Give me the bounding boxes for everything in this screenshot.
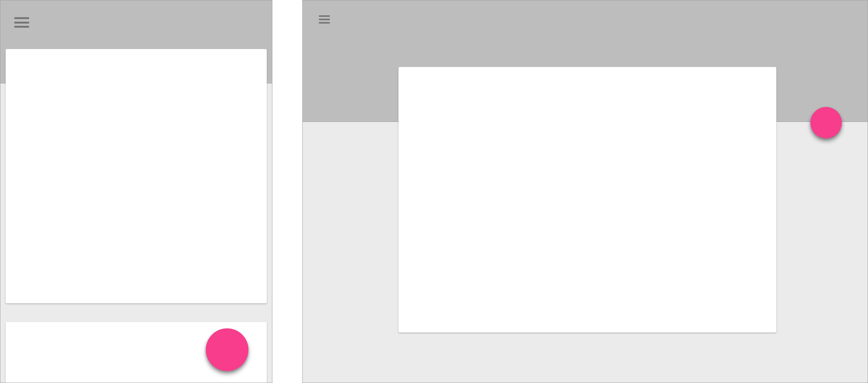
menu-bar: [319, 22, 330, 24]
desktop-device-frame: [302, 0, 868, 383]
floating-action-button[interactable]: [810, 107, 842, 138]
menu-icon[interactable]: [319, 15, 330, 24]
menu-icon[interactable]: [14, 17, 29, 28]
menu-bar: [319, 19, 330, 20]
menu-bar: [14, 17, 29, 19]
menu-bar: [14, 26, 29, 28]
menu-bar: [14, 22, 29, 24]
content-card[interactable]: [6, 49, 267, 303]
content-card[interactable]: [398, 67, 776, 333]
mobile-device-frame: [0, 0, 272, 383]
menu-bar: [319, 15, 330, 17]
floating-action-button[interactable]: [206, 328, 248, 371]
